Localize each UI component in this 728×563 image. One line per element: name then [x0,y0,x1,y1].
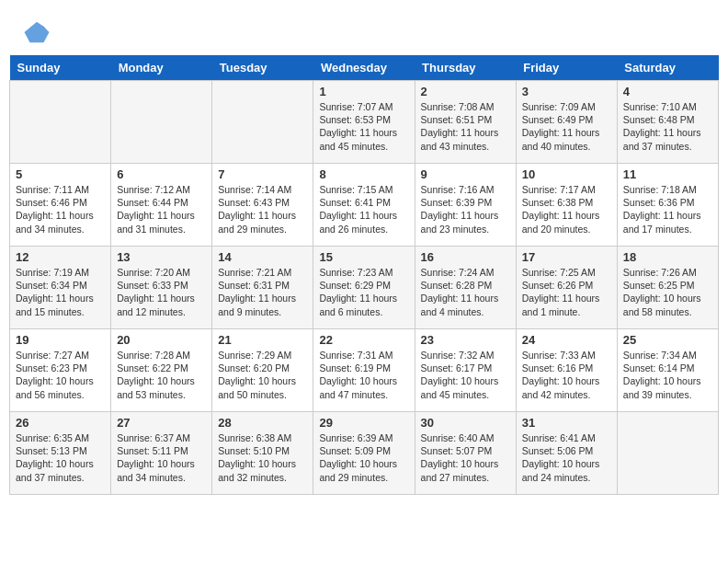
day-number: 19 [16,333,105,347]
day-info: Sunrise: 7:24 AM Sunset: 6:28 PM Dayligh… [421,266,510,318]
calendar-week-4: 19Sunrise: 7:27 AM Sunset: 6:23 PM Dayli… [10,329,719,412]
day-number: 7 [218,167,307,181]
weekday-row: SundayMondayTuesdayWednesdayThursdayFrid… [10,55,719,81]
day-info: Sunrise: 7:10 AM Sunset: 6:48 PM Dayligh… [623,100,712,153]
day-info: Sunrise: 7:07 AM Sunset: 6:53 PM Dayligh… [319,100,408,153]
calendar-cell: 23Sunrise: 7:32 AM Sunset: 6:17 PM Dayli… [415,329,516,412]
calendar-week-2: 5Sunrise: 7:11 AM Sunset: 6:46 PM Daylig… [10,164,719,247]
logo [23,18,52,46]
calendar-cell: 31Sunrise: 6:41 AM Sunset: 5:06 PM Dayli… [516,412,617,495]
svg-marker-0 [25,22,50,43]
logo-icon [23,18,51,46]
day-number: 4 [623,85,712,98]
day-number: 10 [522,167,611,181]
day-number: 27 [117,416,206,430]
day-info: Sunrise: 7:15 AM Sunset: 6:41 PM Dayligh… [319,183,408,236]
day-number: 15 [319,250,408,264]
day-number: 21 [218,333,307,347]
day-number: 2 [421,85,510,98]
weekday-header-friday: Friday [516,55,617,81]
day-number: 5 [16,167,105,181]
calendar-cell: 17Sunrise: 7:25 AM Sunset: 6:26 PM Dayli… [516,247,617,329]
calendar-week-3: 12Sunrise: 7:19 AM Sunset: 6:34 PM Dayli… [10,247,719,329]
day-info: Sunrise: 7:17 AM Sunset: 6:38 PM Dayligh… [522,183,611,236]
calendar-cell: 7Sunrise: 7:14 AM Sunset: 6:43 PM Daylig… [212,164,313,247]
calendar-cell: 15Sunrise: 7:23 AM Sunset: 6:29 PM Dayli… [313,247,415,329]
day-info: Sunrise: 7:32 AM Sunset: 6:17 PM Dayligh… [421,349,510,401]
calendar-cell: 5Sunrise: 7:11 AM Sunset: 6:46 PM Daylig… [10,164,111,247]
calendar-cell: 11Sunrise: 7:18 AM Sunset: 6:36 PM Dayli… [617,164,718,247]
header [9,9,719,51]
calendar-cell: 2Sunrise: 7:08 AM Sunset: 6:51 PM Daylig… [415,81,516,164]
day-info: Sunrise: 7:08 AM Sunset: 6:51 PM Dayligh… [421,100,510,153]
calendar-cell: 20Sunrise: 7:28 AM Sunset: 6:22 PM Dayli… [111,329,212,412]
day-number: 16 [421,250,510,264]
calendar-cell: 8Sunrise: 7:15 AM Sunset: 6:41 PM Daylig… [313,164,415,247]
weekday-header-monday: Monday [111,55,212,81]
day-number: 3 [522,85,611,98]
day-info: Sunrise: 7:25 AM Sunset: 6:26 PM Dayligh… [522,266,611,318]
day-info: Sunrise: 7:29 AM Sunset: 6:20 PM Dayligh… [218,349,307,401]
day-number: 22 [319,333,408,347]
day-info: Sunrise: 6:35 AM Sunset: 5:13 PM Dayligh… [16,431,105,484]
calendar-cell: 12Sunrise: 7:19 AM Sunset: 6:34 PM Dayli… [10,247,111,329]
calendar-cell: 6Sunrise: 7:12 AM Sunset: 6:44 PM Daylig… [111,164,212,247]
day-info: Sunrise: 6:38 AM Sunset: 5:10 PM Dayligh… [218,431,307,484]
weekday-header-tuesday: Tuesday [212,55,313,81]
calendar-cell: 22Sunrise: 7:31 AM Sunset: 6:19 PM Dayli… [313,329,415,412]
weekday-header-sunday: Sunday [10,55,111,81]
calendar-cell: 29Sunrise: 6:39 AM Sunset: 5:09 PM Dayli… [313,412,415,495]
calendar-cell: 27Sunrise: 6:37 AM Sunset: 5:11 PM Dayli… [111,412,212,495]
calendar-cell: 25Sunrise: 7:34 AM Sunset: 6:14 PM Dayli… [617,329,718,412]
day-number: 1 [319,85,408,98]
calendar-cell: 3Sunrise: 7:09 AM Sunset: 6:49 PM Daylig… [516,81,617,164]
day-info: Sunrise: 7:34 AM Sunset: 6:14 PM Dayligh… [623,349,712,401]
calendar-cell [617,412,718,495]
calendar-cell: 1Sunrise: 7:07 AM Sunset: 6:53 PM Daylig… [313,81,415,164]
weekday-header-thursday: Thursday [415,55,516,81]
calendar-cell [212,81,313,164]
calendar-cell: 14Sunrise: 7:21 AM Sunset: 6:31 PM Dayli… [212,247,313,329]
day-info: Sunrise: 6:39 AM Sunset: 5:09 PM Dayligh… [319,431,408,484]
calendar-cell: 21Sunrise: 7:29 AM Sunset: 6:20 PM Dayli… [212,329,313,412]
day-info: Sunrise: 7:21 AM Sunset: 6:31 PM Dayligh… [218,266,307,318]
day-info: Sunrise: 7:31 AM Sunset: 6:19 PM Dayligh… [319,349,408,401]
day-info: Sunrise: 7:23 AM Sunset: 6:29 PM Dayligh… [319,266,408,318]
day-number: 25 [623,333,712,347]
day-info: Sunrise: 7:28 AM Sunset: 6:22 PM Dayligh… [117,349,206,401]
day-info: Sunrise: 6:41 AM Sunset: 5:06 PM Dayligh… [522,431,611,484]
calendar-cell: 28Sunrise: 6:38 AM Sunset: 5:10 PM Dayli… [212,412,313,495]
calendar-cell: 10Sunrise: 7:17 AM Sunset: 6:38 PM Dayli… [516,164,617,247]
calendar-header: SundayMondayTuesdayWednesdayThursdayFrid… [10,55,719,81]
calendar-cell: 4Sunrise: 7:10 AM Sunset: 6:48 PM Daylig… [617,81,718,164]
weekday-header-saturday: Saturday [617,55,718,81]
day-number: 8 [319,167,408,181]
calendar-cell: 26Sunrise: 6:35 AM Sunset: 5:13 PM Dayli… [10,412,111,495]
day-number: 18 [623,250,712,264]
day-number: 17 [522,250,611,264]
day-number: 6 [117,167,206,181]
day-number: 30 [421,416,510,430]
calendar-body: 1Sunrise: 7:07 AM Sunset: 6:53 PM Daylig… [10,81,719,495]
day-info: Sunrise: 7:26 AM Sunset: 6:25 PM Dayligh… [623,266,712,318]
day-number: 11 [623,167,712,181]
day-info: Sunrise: 7:11 AM Sunset: 6:46 PM Dayligh… [16,183,105,236]
calendar-week-1: 1Sunrise: 7:07 AM Sunset: 6:53 PM Daylig… [10,81,719,164]
day-number: 23 [421,333,510,347]
calendar-cell [10,81,111,164]
day-number: 12 [16,250,105,264]
day-number: 20 [117,333,206,347]
day-info: Sunrise: 7:12 AM Sunset: 6:44 PM Dayligh… [117,183,206,236]
day-info: Sunrise: 7:09 AM Sunset: 6:49 PM Dayligh… [522,100,611,153]
calendar-cell: 18Sunrise: 7:26 AM Sunset: 6:25 PM Dayli… [617,247,718,329]
calendar: SundayMondayTuesdayWednesdayThursdayFrid… [9,55,719,495]
calendar-cell [111,81,212,164]
day-info: Sunrise: 7:14 AM Sunset: 6:43 PM Dayligh… [218,183,307,236]
day-info: Sunrise: 6:37 AM Sunset: 5:11 PM Dayligh… [117,431,206,484]
weekday-header-wednesday: Wednesday [313,55,415,81]
day-number: 26 [16,416,105,430]
calendar-cell: 9Sunrise: 7:16 AM Sunset: 6:39 PM Daylig… [415,164,516,247]
day-number: 29 [319,416,408,430]
day-number: 14 [218,250,307,264]
calendar-cell: 13Sunrise: 7:20 AM Sunset: 6:33 PM Dayli… [111,247,212,329]
